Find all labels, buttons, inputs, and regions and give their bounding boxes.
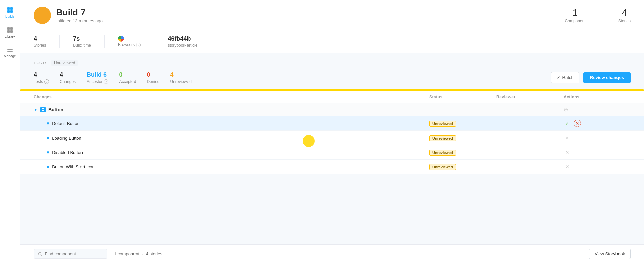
svg-rect-5 bbox=[10, 27, 13, 30]
table-row: ■ Loading Button Unreviewed ✕ bbox=[20, 131, 644, 145]
check-icon: ✓ bbox=[557, 75, 560, 80]
collapse-icon[interactable]: ▼ bbox=[34, 107, 38, 112]
search-input[interactable] bbox=[45, 251, 103, 256]
header-divider bbox=[602, 7, 602, 21]
component-name: Button bbox=[48, 107, 63, 112]
reject-icon-muted[interactable]: ✕ bbox=[564, 134, 571, 142]
bottom-stats: 1 component · 4 stories bbox=[114, 251, 162, 256]
stat-stories: 4 Stories bbox=[34, 35, 60, 48]
tests-section-title: TESTS bbox=[34, 61, 48, 65]
stat-build-time-value: 7s bbox=[73, 35, 91, 42]
unreviewed-badge: Unreviewed bbox=[429, 121, 456, 127]
stat-commit-label: storybook-article bbox=[168, 43, 197, 48]
test-stat-denied-label: Denied bbox=[147, 79, 159, 84]
story-name-loading-button: ■ Loading Button bbox=[34, 136, 429, 141]
stories-label: Stories bbox=[618, 19, 631, 23]
stat-build-time: 7s Build time bbox=[73, 35, 105, 48]
component-type-icon bbox=[40, 107, 46, 112]
view-storybook-button[interactable]: View Storybook bbox=[589, 249, 631, 259]
bottom-component-count: 1 component bbox=[114, 251, 139, 256]
svg-rect-12 bbox=[43, 108, 44, 109]
tests-info-icon[interactable]: ? bbox=[44, 79, 49, 84]
test-stat-changes-value: 4 bbox=[60, 71, 76, 78]
build-subtitle: Initiated 13 minutes ago bbox=[56, 18, 103, 23]
component-group: ▼ Button bbox=[34, 107, 429, 112]
test-stat-accepted: 0 Accepted bbox=[119, 71, 136, 84]
sidebar-builds-label: Builds bbox=[5, 15, 14, 18]
story-status-loading: Unreviewed bbox=[429, 135, 496, 141]
ancestor-info-icon[interactable]: ? bbox=[104, 79, 108, 84]
test-stat-tests: 4 Tests ? bbox=[34, 71, 49, 84]
review-changes-button[interactable]: Review changes bbox=[583, 72, 631, 83]
story-icon: ■ bbox=[47, 164, 49, 169]
group-reviewer: -- bbox=[496, 107, 564, 112]
stat-stories-value: 4 bbox=[34, 35, 46, 42]
header-stat-component: 1 Component bbox=[565, 7, 586, 23]
col-actions: Actions bbox=[564, 95, 631, 99]
table-row: ■ Default Button Unreviewed ✓ ✕ bbox=[20, 116, 644, 131]
search-box[interactable] bbox=[34, 249, 107, 259]
table-header: Changes Status Reviewer Actions bbox=[20, 91, 644, 103]
header-stat-stories: 4 Stories bbox=[618, 7, 631, 23]
chrome-icon bbox=[118, 36, 124, 42]
group-action-icon[interactable]: ⊕ bbox=[564, 107, 568, 112]
reject-icon-muted[interactable]: ✕ bbox=[564, 149, 571, 156]
tests-filter-badge[interactable]: Unreviewed bbox=[51, 60, 78, 66]
reject-icon-muted[interactable]: ✕ bbox=[564, 163, 571, 170]
stat-stories-label: Stories bbox=[34, 43, 46, 48]
group-status: -- bbox=[429, 107, 496, 112]
sidebar-item-builds[interactable]: Builds bbox=[1, 4, 19, 21]
sidebar-library-label: Library bbox=[5, 35, 15, 38]
tests-header: TESTS Unreviewed bbox=[34, 60, 631, 66]
test-stat-changes-label: Changes bbox=[60, 79, 76, 84]
story-status-start-icon: Unreviewed bbox=[429, 164, 496, 170]
header: Build 7 Initiated 13 minutes ago 1 Compo… bbox=[20, 0, 644, 30]
test-stat-accepted-label: Accepted bbox=[119, 79, 136, 84]
table-row: ■ Button With Start Icon Unreviewed ✕ bbox=[20, 160, 644, 174]
svg-rect-6 bbox=[7, 30, 10, 33]
sidebar: Builds Library Manage bbox=[0, 0, 20, 263]
stat-browsers: Browsers ? bbox=[118, 36, 154, 47]
stat-build-time-label: Build time bbox=[73, 43, 91, 48]
test-stat-unreviewed-label: Unreviewed bbox=[170, 79, 192, 84]
component-svg bbox=[41, 108, 45, 111]
table-row: ■ Disabled Button Unreviewed ✕ bbox=[20, 145, 644, 160]
header-right: 1 Component 4 Stories bbox=[565, 7, 631, 23]
col-changes: Changes bbox=[34, 95, 429, 99]
reject-icon[interactable]: ✕ bbox=[574, 120, 581, 127]
test-stat-denied-value: 0 bbox=[147, 71, 159, 78]
stat-commit: 46fb44b storybook-article bbox=[168, 35, 211, 48]
test-stat-changes: 4 Changes bbox=[60, 71, 76, 84]
svg-rect-7 bbox=[10, 30, 13, 33]
story-actions-disabled: ✕ bbox=[564, 149, 631, 156]
bottom-separator: · bbox=[142, 251, 143, 256]
batch-button[interactable]: ✓ Batch bbox=[551, 72, 579, 83]
story-name-button-start-icon: ■ Button With Start Icon bbox=[34, 164, 429, 169]
stat-browsers-label: Browsers ? bbox=[118, 42, 141, 47]
stat-commit-value: 46fb44b bbox=[168, 35, 197, 42]
test-stat-denied: 0 Denied bbox=[147, 71, 159, 84]
story-actions-loading: ✕ bbox=[564, 134, 631, 142]
sidebar-item-library[interactable]: Library bbox=[1, 24, 19, 41]
stories-count: 4 bbox=[618, 7, 631, 18]
test-stat-unreviewed: 4 Unreviewed bbox=[170, 71, 192, 84]
group-actions: ⊕ bbox=[564, 106, 631, 113]
col-reviewer: Reviewer bbox=[496, 95, 564, 99]
accept-icon[interactable]: ✓ bbox=[564, 120, 571, 127]
browsers-info-icon[interactable]: ? bbox=[136, 43, 141, 47]
sidebar-item-manage[interactable]: Manage bbox=[1, 44, 19, 61]
main-content: Build 7 Initiated 13 minutes ago 1 Compo… bbox=[20, 0, 644, 263]
story-icon: ■ bbox=[47, 136, 49, 140]
build-info: Build 7 Initiated 13 minutes ago bbox=[56, 7, 103, 23]
test-stat-accepted-value: 0 bbox=[119, 71, 136, 78]
test-stat-ancestor: Build 6 Ancestor ? bbox=[87, 71, 108, 84]
svg-rect-11 bbox=[42, 108, 43, 109]
build-avatar bbox=[34, 7, 51, 24]
unreviewed-badge: Unreviewed bbox=[429, 164, 456, 170]
story-status-disabled: Unreviewed bbox=[429, 149, 496, 155]
search-icon bbox=[38, 252, 42, 256]
test-stat-ancestor-value[interactable]: Build 6 bbox=[87, 71, 108, 78]
header-left: Build 7 Initiated 13 minutes ago bbox=[34, 7, 103, 24]
story-status-default: Unreviewed bbox=[429, 120, 496, 126]
svg-rect-2 bbox=[7, 10, 10, 13]
